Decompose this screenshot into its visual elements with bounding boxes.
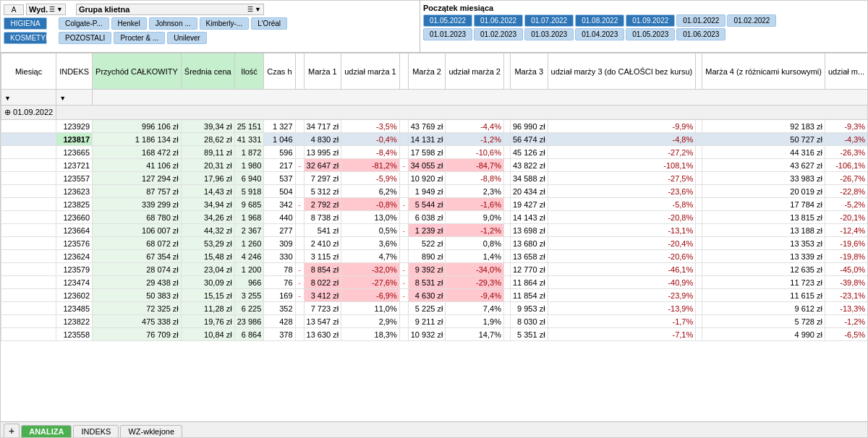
cell-ilosc: 25 151	[234, 120, 264, 133]
cell-marza1: 32 647 zł	[304, 159, 341, 172]
cell-um3: -13,9%	[548, 302, 696, 315]
cell-marza2: 10 932 zł	[408, 328, 446, 341]
cell-indeks: 123825	[56, 198, 93, 211]
cell-srednia: 19,76 zł	[181, 315, 234, 328]
cell-marza3: 19 427 zł	[510, 198, 548, 211]
filter-icon-indeks[interactable]: ▼	[59, 95, 66, 102]
cell-dash3	[503, 237, 510, 250]
data-table: Miesiąc INDEKS Przychód CAŁKOWITY Średni…	[1, 53, 867, 341]
cell-um1: -0,8%	[341, 198, 400, 211]
tab-indeks[interactable]: INDEKS	[73, 425, 119, 437]
date-btn-13[interactable]: 01.06.2023	[676, 28, 726, 40]
filter-icon-1[interactable]: ☰	[49, 6, 55, 13]
date-btn-6[interactable]: 01.01.2022	[676, 14, 726, 27]
cell-marza1: 7 723 zł	[304, 302, 341, 315]
cell-um2: 7,4%	[446, 302, 504, 315]
cell-marza4: 43 627 zł	[702, 159, 825, 172]
cell-srednia: 14,43 zł	[181, 185, 234, 198]
cell-miesiac	[1, 263, 56, 276]
cell-indeks: 123579	[56, 263, 93, 276]
cell-przychod: 339 299 zł	[93, 198, 182, 211]
cell-dash3	[503, 120, 510, 133]
cell-um1: -32,0%	[341, 263, 400, 276]
table-row: 123623 87 757 zł 14,43 zł 5 918 504 5 31…	[1, 185, 868, 198]
cell-marza2: 6 038 zł	[408, 211, 446, 224]
filter-icon-miesiac[interactable]: ▼	[4, 95, 11, 102]
cell-czas: 1 327	[264, 120, 295, 133]
cell-um3: -27,2%	[548, 146, 696, 159]
btn-henkel[interactable]: Henkel	[111, 17, 147, 30]
filter-icon-3[interactable]: ☰	[247, 6, 253, 13]
date-btn-12[interactable]: 01.05.2023	[626, 28, 675, 40]
btn-johnson[interactable]: Johnson ...	[149, 17, 197, 30]
cell-dash1	[295, 185, 304, 198]
date-btn-3[interactable]: 01.07.2022	[524, 14, 574, 27]
date-btn-8[interactable]: 01.01.2023	[423, 28, 472, 40]
cell-miesiac	[1, 328, 56, 341]
cell-dash2	[399, 133, 408, 146]
table-row: 123485 72 325 zł 11,28 zł 6 225 352 7 72…	[1, 302, 868, 315]
cell-ilosc: 4 246	[234, 250, 264, 263]
th-dash4	[696, 53, 702, 90]
cell-marza1: 2 792 zł	[304, 198, 341, 211]
btn-kosmetyki[interactable]: KOSMETYKI	[4, 32, 47, 44]
cell-um3: -46,1%	[548, 263, 696, 276]
left-filter-section: A Wyd. ☰ ▼ Grupa klietna ☰ ▼ HIGIENA	[1, 1, 420, 52]
cell-marza1: 8 022 zł	[304, 276, 341, 289]
table-row: 123579 28 074 zł 23,04 zł 1 200 78 - 8 8…	[1, 263, 868, 276]
date-btn-11[interactable]: 01.04.2023	[575, 28, 624, 40]
cell-miesiac	[1, 250, 56, 263]
tab-wz[interactable]: WZ-wklejone	[120, 425, 182, 437]
btn-higiena[interactable]: HIGIENA	[4, 17, 47, 30]
cell-przychod: 29 438 zł	[93, 276, 182, 289]
cell-srednia: 44,32 zł	[181, 224, 234, 237]
btn-procter[interactable]: Procter & ...	[114, 32, 165, 44]
cell-um1: -27,6%	[341, 276, 400, 289]
cell-marza1: 5 312 zł	[304, 185, 341, 198]
cell-marza4: 13 188 zł	[702, 224, 825, 237]
cell-um1: 11,0%	[341, 302, 400, 315]
cell-marza1: 34 717 zł	[304, 120, 341, 133]
cell-przychod: 67 354 zł	[93, 250, 182, 263]
cell-dash4	[696, 302, 702, 315]
date-btn-7[interactable]: 01.02.2022	[727, 14, 776, 27]
table-row: 123929 996 106 zł 39,34 zł 25 151 1 327 …	[1, 120, 868, 133]
cell-marza3: 8 030 zł	[510, 315, 548, 328]
btn-pozostali[interactable]: POZOSTALI	[59, 32, 111, 44]
filter-icon-2[interactable]: ▼	[56, 6, 63, 13]
filter-icon-4[interactable]: ▼	[255, 6, 261, 13]
date-btn-2[interactable]: 01.06.2022	[474, 14, 523, 27]
date-btn-9[interactable]: 01.02.2023	[474, 28, 523, 40]
cell-marza4: 9 612 zł	[702, 302, 825, 315]
cell-ilosc: 1 872	[234, 146, 264, 159]
cell-indeks: 123557	[56, 172, 93, 185]
cell-indeks: 123558	[56, 328, 93, 341]
date-btn-1[interactable]: 01.05.2022	[423, 14, 472, 27]
cell-um3: -20,6%	[548, 250, 696, 263]
btn-colgate[interactable]: Colgate-P...	[59, 17, 109, 30]
date-btn-5[interactable]: 01.09.2022	[626, 14, 675, 27]
cell-indeks: 123602	[56, 289, 93, 302]
cell-przychod: 168 472 zł	[93, 146, 182, 159]
date-btn-10[interactable]: 01.03.2023	[524, 28, 574, 40]
cell-marza4: 13 339 zł	[702, 250, 825, 263]
tab-analiza[interactable]: ANALIZA	[21, 425, 72, 437]
group-expand-icon[interactable]: ⊕	[4, 108, 13, 116]
btn-kimberly[interactable]: Kimberly-...	[200, 17, 250, 30]
cell-czas: 78	[264, 263, 295, 276]
filter-cell-rest	[93, 90, 867, 106]
cell-przychod: 87 757 zł	[93, 185, 182, 198]
cell-dash3	[503, 263, 510, 276]
cell-przychod: 76 709 zł	[93, 328, 182, 341]
date-btn-4[interactable]: 01.08.2022	[575, 14, 624, 27]
group-date-rest	[56, 106, 867, 120]
th-udzialm: udział m...	[825, 53, 867, 90]
btn-loreal[interactable]: L'Oréal	[251, 17, 287, 30]
table-row: 123665 168 472 zł 89,11 zł 1 872 596 13 …	[1, 146, 868, 159]
filter-cell-miesiac: ▼	[1, 90, 56, 106]
btn-unilever[interactable]: Unilever	[167, 32, 207, 44]
tab-add[interactable]: +	[4, 424, 20, 437]
th-przychod: Przychód CAŁKOWITY	[93, 53, 182, 90]
cell-marza2: 1 949 zł	[408, 185, 446, 198]
cell-srednia: 15,15 zł	[181, 289, 234, 302]
